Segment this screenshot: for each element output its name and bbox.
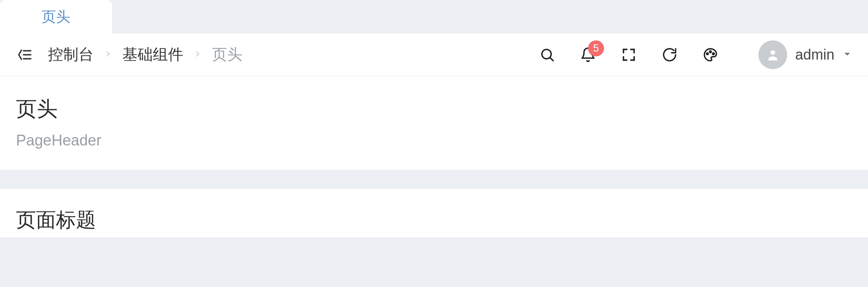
breadcrumb-item-components[interactable]: 基础组件	[122, 44, 183, 65]
page-subtitle: PageHeader	[16, 132, 852, 149]
chevron-down-icon	[842, 49, 852, 60]
search-button[interactable]	[538, 46, 556, 64]
page-header-block: 页头 PageHeader	[0, 76, 868, 170]
chevron-right-icon	[193, 49, 202, 59]
user-icon	[766, 48, 780, 62]
layout-gap	[0, 170, 868, 189]
notifications-button[interactable]: 5	[579, 46, 597, 64]
svg-point-8	[770, 50, 775, 54]
user-name-label: admin	[795, 46, 834, 63]
menu-collapse-icon	[17, 47, 33, 63]
refresh-button[interactable]	[661, 46, 678, 64]
svg-point-5	[706, 53, 708, 54]
breadcrumb-item-current: 页头	[212, 44, 242, 65]
fullscreen-icon	[621, 47, 637, 63]
section-block: 页面标题	[0, 189, 868, 237]
svg-line-4	[550, 58, 553, 61]
tab-page-header[interactable]: 页头	[0, 0, 112, 34]
refresh-icon	[662, 47, 678, 63]
tabs-bar: 页头	[0, 0, 868, 34]
breadcrumb-separator	[193, 47, 202, 62]
header-toolbar: 控制台 基础组件 页头 5	[0, 34, 868, 76]
breadcrumb-separator	[103, 47, 113, 62]
page-title: 页头	[16, 95, 852, 123]
breadcrumb: 控制台 基础组件 页头	[48, 44, 242, 65]
search-icon	[539, 47, 555, 63]
user-menu[interactable]: admin	[758, 40, 852, 69]
svg-point-7	[712, 53, 714, 54]
fullscreen-button[interactable]	[620, 46, 638, 64]
collapse-sidebar-button[interactable]	[16, 46, 34, 64]
tab-label: 页头	[42, 7, 70, 27]
breadcrumb-item-console[interactable]: 控制台	[48, 44, 94, 65]
section-title: 页面标题	[16, 207, 852, 233]
theme-button[interactable]	[702, 46, 719, 64]
palette-icon	[702, 47, 718, 63]
notification-badge: 5	[588, 40, 604, 56]
chevron-right-icon	[103, 49, 113, 59]
avatar	[758, 40, 787, 69]
header-actions: 5	[538, 40, 852, 69]
svg-point-6	[710, 51, 711, 52]
